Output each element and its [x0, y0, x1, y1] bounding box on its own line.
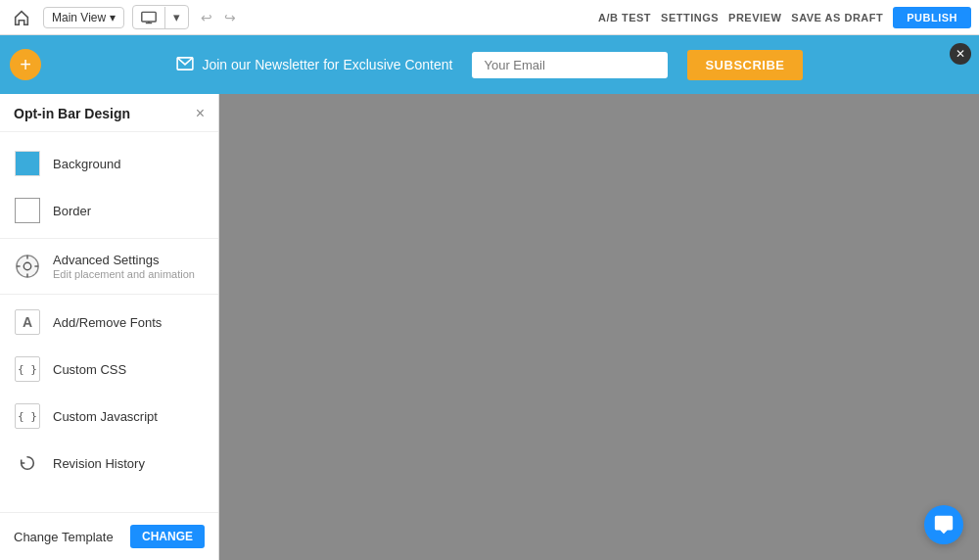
svg-rect-0 — [142, 12, 156, 22]
advanced-settings-item[interactable]: Advanced Settings Edit placement and ani… — [0, 243, 218, 290]
chat-widget-button[interactable] — [924, 505, 963, 544]
canvas-area — [219, 94, 979, 560]
publish-button[interactable]: PUBLISH — [893, 7, 971, 28]
change-template-button[interactable]: CHANGE — [130, 525, 205, 548]
advanced-settings-sub: Edit placement and animation — [53, 268, 195, 280]
undo-redo-group: ↩ ↪ — [197, 8, 240, 27]
main-view-label: Main View — [52, 11, 106, 24]
panel-items-list: Background Border — [0, 132, 218, 512]
content-area: Opt-in Bar Design × Background Border — [0, 94, 979, 560]
desktop-icon[interactable] — [133, 7, 165, 28]
main-area: + Join our Newsletter for Exclusive Cont… — [0, 35, 979, 560]
panel-header: Opt-in Bar Design × — [0, 94, 218, 132]
close-bar-button[interactable]: ✕ — [950, 43, 971, 65]
redo-button[interactable]: ↪ — [220, 8, 240, 27]
save-draft-button[interactable]: SAVE AS DRAFT — [791, 12, 883, 23]
add-remove-fonts-item[interactable]: A Add/Remove Fonts — [0, 299, 218, 346]
optin-bar: + Join our Newsletter for Exclusive Cont… — [0, 35, 979, 94]
panel-close-button[interactable]: × — [196, 106, 205, 121]
device-chevron-icon[interactable]: ▾ — [165, 6, 188, 28]
add-element-button[interactable]: + — [10, 49, 41, 80]
nav-right: A/B TEST SETTINGS PREVIEW SAVE AS DRAFT … — [598, 7, 971, 28]
custom-css-item[interactable]: { } Custom CSS — [0, 346, 218, 393]
border-swatch-icon — [14, 197, 41, 224]
advanced-settings-text: Advanced Settings Edit placement and ani… — [53, 253, 195, 280]
revision-history-item[interactable]: Revision History — [0, 440, 218, 487]
divider-2 — [0, 294, 218, 295]
undo-button[interactable]: ↩ — [197, 8, 216, 27]
design-panel: Opt-in Bar Design × Background Border — [0, 94, 219, 560]
background-color-swatch — [14, 150, 41, 177]
subscribe-button[interactable]: SUBSCRIBE — [687, 50, 802, 80]
email-input[interactable] — [472, 52, 668, 78]
device-chevron: ▾ — [173, 10, 180, 24]
background-item[interactable]: Background — [0, 140, 218, 187]
advanced-settings-label: Advanced Settings — [53, 253, 195, 267]
custom-javascript-item[interactable]: { } Custom Javascript — [0, 393, 218, 440]
email-envelope-icon — [176, 57, 194, 73]
revision-icon — [14, 449, 41, 477]
revision-history-label: Revision History — [53, 456, 145, 471]
main-view-chevron: ▾ — [110, 11, 116, 24]
ab-test-link[interactable]: A/B TEST — [598, 12, 651, 23]
border-label: Border — [53, 204, 91, 218]
border-item[interactable]: Border — [0, 187, 218, 234]
fonts-icon: A — [14, 308, 41, 336]
advanced-settings-icon — [14, 253, 41, 280]
background-label: Background — [53, 157, 120, 171]
divider-1 — [0, 238, 218, 239]
main-view-tab[interactable]: Main View ▾ — [43, 7, 124, 28]
home-icon[interactable] — [8, 4, 35, 31]
settings-link[interactable]: SETTINGS — [661, 12, 719, 23]
js-icon: { } — [14, 402, 41, 430]
fonts-label: Add/Remove Fonts — [53, 315, 162, 330]
top-navigation: Main View ▾ ▾ ↩ ↪ A/B TEST SETTINGS PREV… — [0, 0, 979, 35]
change-template-label: Change Template — [14, 530, 114, 544]
panel-footer: Change Template CHANGE — [0, 512, 218, 560]
nav-left: Main View ▾ ▾ ↩ ↪ — [8, 4, 240, 31]
optin-bar-content: Join our Newsletter for Exclusive Conten… — [176, 57, 452, 73]
optin-bar-text: Join our Newsletter for Exclusive Conten… — [202, 57, 452, 72]
css-icon: { } — [14, 355, 41, 383]
device-icons: ▾ — [132, 5, 189, 29]
preview-link[interactable]: PREVIEW — [728, 12, 781, 23]
custom-javascript-label: Custom Javascript — [53, 409, 158, 424]
panel-title: Opt-in Bar Design — [14, 106, 130, 121]
custom-css-label: Custom CSS — [53, 362, 126, 377]
